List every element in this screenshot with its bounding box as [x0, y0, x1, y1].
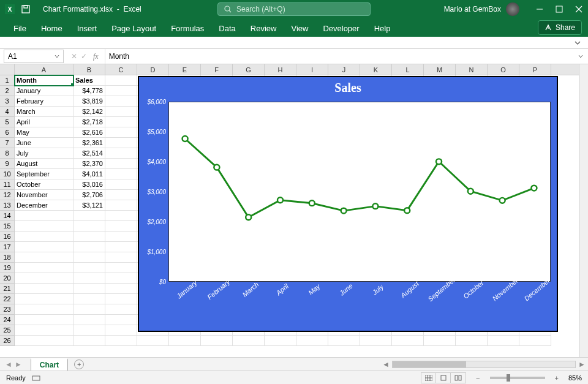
- cell[interactable]: $2,370: [74, 159, 105, 169]
- cell[interactable]: [74, 304, 105, 315]
- cell[interactable]: $3,819: [74, 96, 105, 107]
- tab-insert[interactable]: Insert: [70, 20, 105, 37]
- cell[interactable]: [456, 336, 488, 346]
- cell[interactable]: November: [15, 190, 74, 200]
- cell[interactable]: [137, 336, 169, 346]
- cell[interactable]: $3,016: [74, 179, 105, 190]
- cell[interactable]: [105, 169, 137, 179]
- cell[interactable]: $2,718: [74, 117, 105, 127]
- col-header-I[interactable]: I: [296, 64, 328, 75]
- cell[interactable]: [74, 252, 105, 263]
- cell[interactable]: $4,011: [74, 169, 105, 179]
- col-header-F[interactable]: F: [201, 64, 233, 75]
- view-normal-button[interactable]: [421, 373, 436, 383]
- col-header-G[interactable]: G: [233, 64, 265, 75]
- col-header-B[interactable]: B: [74, 64, 105, 75]
- sheet-tab-chart[interactable]: Chart: [31, 358, 68, 371]
- col-header-C[interactable]: C: [105, 64, 137, 75]
- fx-icon[interactable]: fx: [91, 52, 101, 61]
- cell[interactable]: [15, 252, 74, 263]
- chevron-down-icon[interactable]: [55, 54, 59, 59]
- zoom-out-button[interactable]: −: [472, 374, 483, 382]
- formula-input[interactable]: Month: [105, 49, 573, 64]
- row-header[interactable]: 13: [0, 200, 15, 211]
- cell[interactable]: September: [15, 169, 74, 179]
- col-header-L[interactable]: L: [392, 64, 424, 75]
- col-header-J[interactable]: J: [328, 64, 360, 75]
- cell[interactable]: [105, 263, 137, 273]
- name-box[interactable]: A1: [4, 50, 64, 63]
- cell[interactable]: [105, 294, 137, 304]
- cell[interactable]: [15, 232, 74, 242]
- row-header[interactable]: 18: [0, 252, 15, 263]
- tab-data[interactable]: Data: [211, 20, 243, 37]
- cell[interactable]: [105, 75, 137, 86]
- cell[interactable]: [74, 273, 105, 284]
- cell[interactable]: [296, 336, 328, 346]
- cell[interactable]: [15, 242, 74, 252]
- view-page-break-button[interactable]: [451, 373, 466, 383]
- cell[interactable]: [74, 325, 105, 336]
- tab-help[interactable]: Help: [367, 20, 398, 37]
- chart-plot-area[interactable]: [168, 102, 551, 282]
- cancel-formula-icon[interactable]: ✕: [71, 52, 77, 61]
- cell[interactable]: July: [15, 148, 74, 159]
- cell[interactable]: December: [15, 200, 74, 211]
- cell[interactable]: [105, 242, 137, 252]
- zoom-in-button[interactable]: +: [551, 374, 562, 382]
- cell[interactable]: [15, 211, 74, 221]
- zoom-slider[interactable]: [490, 377, 545, 379]
- cell[interactable]: [105, 232, 137, 242]
- cell[interactable]: [424, 336, 456, 346]
- cell[interactable]: [15, 304, 74, 315]
- cell[interactable]: Sales: [74, 75, 105, 86]
- cell[interactable]: [15, 325, 74, 336]
- cell[interactable]: [105, 148, 137, 159]
- zoom-level[interactable]: 85%: [568, 374, 582, 382]
- cell[interactable]: April: [15, 117, 74, 127]
- cell[interactable]: [105, 336, 137, 346]
- row-header[interactable]: 6: [0, 127, 15, 138]
- row-header[interactable]: 24: [0, 315, 15, 325]
- sheet-nav-prev-icon[interactable]: ◄: [5, 360, 12, 369]
- cell[interactable]: [201, 336, 233, 346]
- col-header-O[interactable]: O: [488, 64, 519, 75]
- cell[interactable]: [74, 294, 105, 304]
- cell[interactable]: [488, 336, 519, 346]
- tab-page-layout[interactable]: Page Layout: [104, 20, 164, 37]
- row-header[interactable]: 22: [0, 294, 15, 304]
- cell[interactable]: $2,514: [74, 148, 105, 159]
- row-header[interactable]: 19: [0, 263, 15, 273]
- row-header[interactable]: 14: [0, 211, 15, 221]
- col-header-H[interactable]: H: [265, 64, 296, 75]
- cell[interactable]: [105, 159, 137, 169]
- cell[interactable]: January: [15, 86, 74, 96]
- row-header[interactable]: 12: [0, 190, 15, 200]
- cell[interactable]: August: [15, 159, 74, 169]
- row-header[interactable]: 26: [0, 336, 15, 346]
- minimize-button[interactable]: [535, 5, 544, 13]
- row-header[interactable]: 25: [0, 325, 15, 336]
- select-all-corner[interactable]: [0, 64, 15, 75]
- cell[interactable]: [74, 221, 105, 232]
- cell[interactable]: [15, 221, 74, 232]
- row-header[interactable]: 21: [0, 284, 15, 294]
- cell[interactable]: [105, 315, 137, 325]
- cell[interactable]: [105, 127, 137, 138]
- cell[interactable]: [105, 138, 137, 148]
- cell[interactable]: [392, 336, 424, 346]
- tab-review[interactable]: Review: [243, 20, 284, 37]
- cell[interactable]: [74, 315, 105, 325]
- cell[interactable]: October: [15, 179, 74, 190]
- col-header-N[interactable]: N: [456, 64, 488, 75]
- enter-formula-icon[interactable]: ✓: [81, 52, 87, 61]
- cell[interactable]: March: [15, 107, 74, 117]
- add-sheet-button[interactable]: +: [74, 360, 84, 369]
- save-icon[interactable]: [21, 4, 31, 14]
- cell[interactable]: [15, 336, 74, 346]
- cell[interactable]: [74, 336, 105, 346]
- row-header[interactable]: 9: [0, 159, 15, 169]
- tab-developer[interactable]: Developer: [315, 20, 366, 37]
- scroll-right-icon[interactable]: ►: [576, 360, 588, 369]
- row-header[interactable]: 3: [0, 96, 15, 107]
